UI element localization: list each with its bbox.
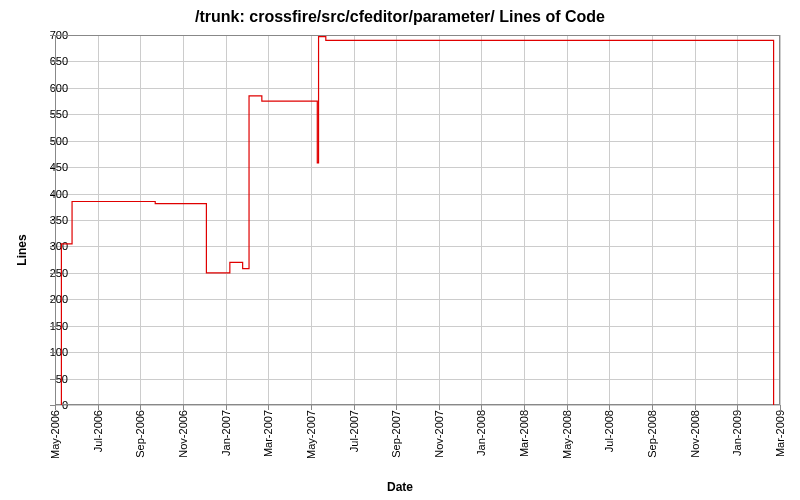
- y-axis-label: Lines: [15, 234, 29, 265]
- x-tick-label: Mar-2009: [774, 410, 786, 457]
- x-tick-label: Mar-2007: [262, 410, 274, 457]
- x-tick-label: Jan-2008: [475, 410, 487, 456]
- x-tick-label: Mar-2008: [518, 410, 530, 457]
- x-tick-label: May-2008: [561, 410, 573, 459]
- x-tick-label: Sep-2007: [390, 410, 402, 458]
- x-tick-label: May-2006: [49, 410, 61, 459]
- loc-chart: /trunk: crossfire/src/cfeditor/parameter…: [0, 0, 800, 500]
- chart-title: /trunk: crossfire/src/cfeditor/parameter…: [0, 8, 800, 26]
- grid-h: [55, 405, 780, 406]
- x-tick-label: Sep-2006: [134, 410, 146, 458]
- x-tick-label: May-2007: [305, 410, 317, 459]
- x-tick-label: Sep-2008: [646, 410, 658, 458]
- x-tick-label: Jul-2008: [603, 410, 615, 452]
- series-svg: [55, 35, 780, 405]
- x-tick-label: Nov-2006: [177, 410, 189, 458]
- x-tick-label: Nov-2008: [689, 410, 701, 458]
- x-tick-label: Jan-2009: [731, 410, 743, 456]
- x-tick-label: Jul-2007: [348, 410, 360, 452]
- x-tick-label: Jan-2007: [220, 410, 232, 456]
- x-tick-label: Nov-2007: [433, 410, 445, 458]
- grid-v: [780, 35, 781, 405]
- x-axis-label: Date: [0, 480, 800, 494]
- series-line: [61, 37, 773, 405]
- x-tick-label: Jul-2006: [92, 410, 104, 452]
